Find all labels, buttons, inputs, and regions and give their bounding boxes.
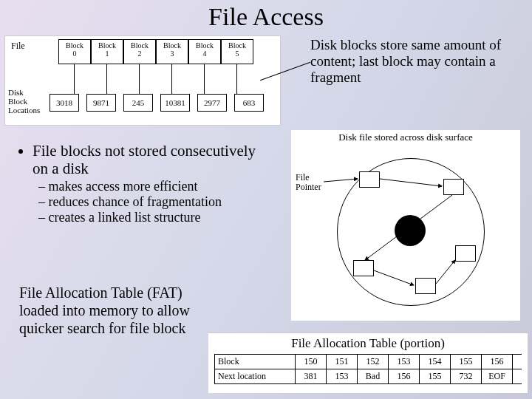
connector-line: [236, 64, 237, 94]
fat-row-label: Block: [214, 355, 296, 369]
fat-cell: 153: [327, 369, 358, 383]
svg-line-2: [365, 195, 452, 260]
arrows-icon: [291, 130, 520, 321]
fat-cell: 732: [451, 369, 482, 383]
connector-line: [171, 64, 172, 94]
block-cell: Block5: [221, 39, 253, 64]
fat-cell: 156: [389, 369, 420, 383]
fat-cell: 381: [296, 369, 327, 383]
fat-cell: 155: [451, 355, 482, 369]
svg-line-3: [374, 270, 414, 285]
fat-cell: 155: [420, 369, 451, 383]
bullet-sub: reduces chance of fragmentation: [38, 194, 263, 210]
location-cell: 10381: [160, 94, 190, 112]
fat-cell: EOF: [482, 369, 513, 383]
fat-cell: 151: [327, 355, 358, 369]
block-header-row: Block0 Block1 Block2 Block3 Block4 Block…: [58, 39, 253, 64]
page-title: File Access: [0, 0, 532, 31]
connector-line: [204, 64, 205, 94]
bullet-list: File blocks not stored consecutively on …: [19, 142, 263, 225]
fat-cell: 150: [296, 355, 327, 369]
fat-row-blocks: Block 150 151 152 153 154 155 156: [214, 354, 522, 369]
fat-description: File Allocation Table (FAT) loaded into …: [19, 284, 211, 337]
fat-cell: Bad: [358, 369, 389, 383]
connector-line: [106, 64, 107, 94]
callout-text: Disk blocks store same amount of content…: [310, 37, 517, 86]
fat-row-label: Next location: [214, 369, 296, 383]
disk-block-locations-label: Disk Block Locations: [8, 88, 40, 115]
svg-line-4: [436, 260, 455, 284]
svg-line-0: [324, 179, 358, 182]
fat-table-title: File Allocation Table (portion): [208, 333, 528, 354]
location-row: 3018 9871 245 10381 2977 683: [50, 94, 264, 112]
block-cell: Block2: [123, 39, 156, 64]
connector-line: [139, 64, 140, 94]
location-cell: 9871: [86, 94, 116, 112]
location-cell: 683: [234, 94, 264, 112]
location-cell: 245: [123, 94, 153, 112]
location-cell: 2977: [197, 94, 227, 112]
fat-cell: 152: [358, 355, 389, 369]
block-cell: Block3: [156, 39, 188, 64]
fat-row-next: Next location 381 153 Bad 156 155 732 EO…: [214, 369, 522, 384]
fat-cell: 156: [482, 355, 513, 369]
disk-surface-figure: Disk file stored across disk surface Fil…: [291, 130, 520, 321]
svg-line-1: [380, 179, 442, 186]
block-cell: Block4: [188, 39, 221, 64]
location-cell: 3018: [50, 94, 79, 112]
file-label: File: [11, 41, 25, 52]
block-cell: Block1: [91, 39, 123, 64]
block-cell: Block0: [58, 39, 91, 64]
fat-table: File Allocation Table (portion) Block 15…: [208, 332, 528, 393]
bullet-sub: makes access more efficient: [38, 179, 263, 194]
connector-line: [74, 64, 75, 94]
bullet-sub: creates a linked list structure: [38, 210, 263, 225]
file-block-diagram: File Disk Block Locations Block0 Block1 …: [4, 35, 281, 126]
fat-cell: 154: [420, 355, 451, 369]
bullet-main: File blocks not stored consecutively on …: [33, 142, 263, 177]
fat-cell: 153: [389, 355, 420, 369]
